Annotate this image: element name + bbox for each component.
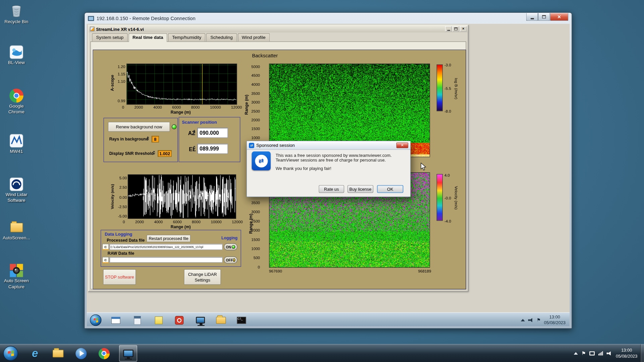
tick: 1000 <box>251 135 260 140</box>
app-minimize-button[interactable] <box>445 26 452 32</box>
command-prompt-icon: C:\_ <box>237 317 246 324</box>
rays-in-background-field[interactable]: 8 <box>152 136 159 142</box>
tick: 1.10 <box>118 79 125 83</box>
remote-volume-icon[interactable] <box>528 317 533 322</box>
az-field[interactable]: 090.000 <box>197 128 228 138</box>
rdp-minimize-button[interactable] <box>526 13 538 21</box>
change-lidar-settings-button[interactable]: Change LiDAR Settings <box>184 269 221 285</box>
remote-tray-expand-icon[interactable] <box>521 319 525 321</box>
tick: 1500 <box>251 237 260 242</box>
tick: 2500 <box>251 109 260 113</box>
network-icon[interactable] <box>599 351 603 355</box>
velmap-colorbar <box>437 174 443 221</box>
desktop-icon-label: Wind Lidar Software <box>1 192 32 203</box>
desktop-icon-bl-view[interactable]: BL-View <box>1 44 32 65</box>
bs-colorbar <box>437 64 443 111</box>
buy-license-button[interactable]: Buy license <box>347 185 373 193</box>
raw-drive-chip[interactable]: C <box>102 257 109 263</box>
tab-wind-profile[interactable]: Wind profile <box>237 33 270 41</box>
remote-quicklaunch-calculator[interactable] <box>132 315 143 325</box>
calculator-icon <box>134 316 141 324</box>
processed-path-field[interactable]: C:\Lidar\Data\Proc\2023\202308\20230809\… <box>109 244 223 250</box>
action-center-flag-icon[interactable]: ⚑ <box>581 350 586 356</box>
restart-processed-file-button[interactable]: Restart processed file <box>147 235 191 242</box>
processed-drive-chip[interactable]: C <box>102 244 109 250</box>
remote-quicklaunch-folder[interactable] <box>216 315 226 325</box>
remote-date: 05/08/2023 <box>544 320 566 325</box>
recycle-bin-icon <box>1 3 32 19</box>
remote-quicklaunch-window-app[interactable] <box>110 315 121 325</box>
taskbar-ie-button[interactable]: e <box>29 347 41 360</box>
auto-screen-capture-icon <box>1 263 32 279</box>
data-logging-title: Data Logging <box>105 232 132 237</box>
app-icon <box>90 27 94 31</box>
remote-quicklaunch-cmd[interactable]: C:\_ <box>236 315 247 325</box>
streamline-titlebar[interactable]: StreamLine XR v14-6.vi × <box>89 25 468 33</box>
remote-clock[interactable]: 13:00 05/08/2023 <box>544 314 566 325</box>
autoscreen-folder-icon <box>1 220 32 235</box>
tick: 500 <box>254 255 260 260</box>
system-tray: ⚑ 13:00 05/08/2023 <box>574 344 637 362</box>
tick: 2000 <box>135 105 143 109</box>
remote-quicklaunch-notes[interactable] <box>153 315 164 325</box>
tab-scheduling[interactable]: Scheduling <box>206 33 237 41</box>
rdp-window-icon <box>88 16 94 21</box>
tick: 6000 <box>173 220 182 224</box>
tab-system-setup[interactable]: System setup <box>92 33 127 41</box>
start-button[interactable] <box>3 346 18 361</box>
volume-icon[interactable] <box>607 351 612 356</box>
snr-threshold-field[interactable]: 1.002 <box>158 150 172 157</box>
dialog-titlebar[interactable]: ⇄ Sponsored session ✕ <box>247 141 410 150</box>
remote-quicklaunch-computer[interactable] <box>195 315 206 325</box>
desktop-icon-recycle-bin[interactable]: Recycle Bin <box>1 3 32 24</box>
desktop-icon-autoscreen[interactable]: AutoScreen... <box>1 220 32 241</box>
dialog-text-line2: TeamViewer sessions are free of charge f… <box>276 158 386 163</box>
el-field[interactable]: 089.999 <box>197 144 228 154</box>
rays-spinner[interactable] <box>147 136 149 140</box>
taskbar-chrome-button[interactable] <box>98 347 110 360</box>
remote-quicklaunch-power-app[interactable] <box>174 315 184 325</box>
tab-real-time-data[interactable]: Real time data <box>128 33 167 42</box>
desktop-icon-wind-lidar[interactable]: Wind Lidar Software <box>1 177 32 203</box>
internet-explorer-icon: e <box>32 348 38 359</box>
folder-icon <box>216 317 226 324</box>
vel-y-ticks: 5.00 2.50 0.00 -2.50 -5.00 <box>113 174 127 218</box>
remote-flag-icon[interactable]: ⚑ <box>537 317 541 323</box>
desktop-icon-google-chrome[interactable]: Google Chrome <box>1 88 32 115</box>
renew-background-button[interactable]: Renew background now <box>108 122 170 132</box>
app-close-button[interactable]: × <box>460 26 467 32</box>
chrome-icon <box>98 348 109 359</box>
tick: 4000 <box>154 220 163 224</box>
rate-us-button[interactable]: Rate us <box>319 185 344 193</box>
rdp-close-button[interactable]: ✕ <box>550 13 569 21</box>
el-spinner[interactable] <box>193 146 196 150</box>
tray-expand-icon[interactable] <box>574 352 578 354</box>
app-maximize-button[interactable] <box>452 26 459 32</box>
background-controls-box: Renew background now Rays in background … <box>104 118 178 162</box>
display-tray-icon[interactable] <box>590 351 595 355</box>
desktop-icon-mw41[interactable]: MW41 <box>1 133 32 154</box>
raw-path-field[interactable] <box>109 257 223 263</box>
taskbar-clock[interactable]: 13:00 05/08/2023 <box>616 348 637 359</box>
az-spinner[interactable] <box>193 130 196 134</box>
processed-logging-toggle[interactable]: ON <box>224 243 237 250</box>
sticky-notes-icon <box>155 316 162 324</box>
show-desktop-button[interactable] <box>640 344 644 362</box>
remote-start-button[interactable] <box>90 314 101 326</box>
taskbar-media-player-button[interactable] <box>75 347 87 360</box>
dialog-close-button[interactable]: ✕ <box>396 142 409 148</box>
desktop-icon-label: Google Chrome <box>1 104 32 115</box>
rdp-titlebar[interactable]: 192.168.0.150 - Remote Desktop Connectio… <box>88 13 196 24</box>
rdp-maximize-button[interactable] <box>538 13 550 21</box>
stop-software-button[interactable]: STOP software <box>103 269 136 285</box>
desktop-icon-auto-screen-capture[interactable]: Auto Screen Capture <box>1 263 32 290</box>
snr-spinner[interactable] <box>153 150 155 155</box>
tab-temp-humidity[interactable]: Temp/humidity <box>168 33 205 41</box>
taskbar-explorer-button[interactable] <box>52 347 64 360</box>
raw-logging-toggle[interactable]: OFF <box>224 256 237 263</box>
tick: 10000 <box>210 105 221 109</box>
teamviewer-icon: ⇄ <box>249 143 254 148</box>
ok-button[interactable]: OK <box>377 185 403 193</box>
window-app-icon <box>111 317 120 324</box>
taskbar-rdp-button-active[interactable] <box>119 345 137 362</box>
